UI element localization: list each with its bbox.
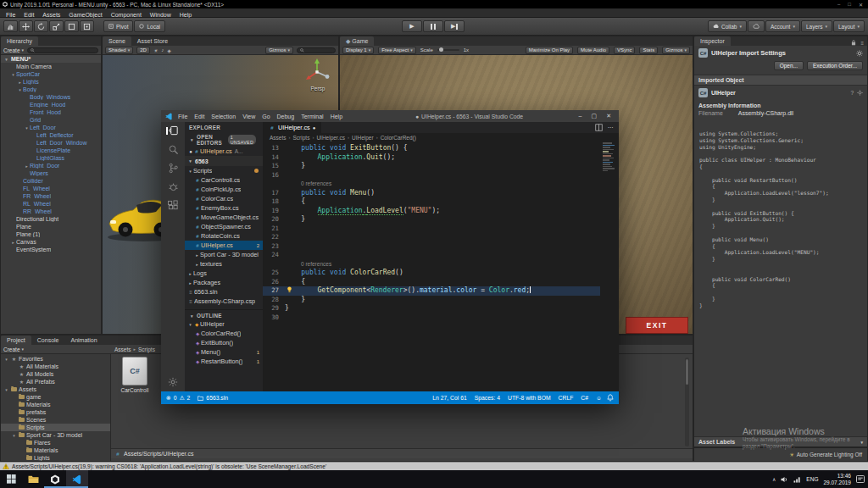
- maximize-on-play-toggle[interactable]: Maximize On Play: [526, 47, 573, 54]
- solution-indicator[interactable]: 6563.sln: [198, 395, 228, 401]
- extensions-icon[interactable]: [168, 200, 179, 211]
- code-line[interactable]: 24: [263, 251, 600, 260]
- code-line[interactable]: 30: [263, 313, 600, 323]
- tray-chevron-icon[interactable]: ∧: [772, 476, 776, 482]
- stats-toggle[interactable]: Stats: [639, 47, 658, 54]
- breadcrumb-assets[interactable]: Assets: [114, 347, 131, 352]
- taskbar-clock[interactable]: 13:4629.07.2019: [823, 473, 851, 486]
- file-explorer-icon[interactable]: [22, 470, 44, 488]
- scale-slider[interactable]: [437, 49, 459, 51]
- expand-arrow-icon[interactable]: ▾: [11, 433, 17, 438]
- project-tree-item[interactable]: Scripts: [1, 424, 110, 431]
- explorer-file[interactable]: #ObjectSpawner.cs: [185, 222, 263, 231]
- status-item[interactable]: C#: [581, 395, 588, 401]
- code-line[interactable]: 23: [263, 242, 600, 252]
- outline-item[interactable]: ◈ColorCarRed(): [185, 329, 263, 338]
- inspector-menu-icon[interactable]: ≡: [860, 41, 864, 46]
- open-editors-header[interactable]: ▾OPEN EDITORS1 UNSAVED: [185, 131, 263, 147]
- hierarchy-item[interactable]: Engine_Hood: [1, 101, 101, 108]
- project-tree-item[interactable]: Scenes: [1, 416, 110, 424]
- project-tree-item[interactable]: ▾Sport Car - 3D model: [1, 431, 110, 439]
- rotate-tool-button[interactable]: [34, 20, 48, 32]
- vscode-menu-help[interactable]: Help: [327, 114, 346, 119]
- project-tree-item[interactable]: Lights: [1, 454, 110, 461]
- collab-dropdown[interactable]: Collab▾: [708, 20, 747, 32]
- breadcrumb-item[interactable]: ColorCarRed(): [381, 135, 416, 141]
- persp-label[interactable]: Persp: [303, 86, 333, 92]
- code-line[interactable]: 26 {: [263, 278, 600, 287]
- asset-labels-bar[interactable]: Asset Labels▾: [694, 436, 867, 446]
- outline-header[interactable]: ▾OUTLINE: [185, 309, 263, 319]
- volume-icon[interactable]: [781, 476, 788, 483]
- game-exit-button[interactable]: EXIT: [626, 317, 688, 334]
- explorer-file[interactable]: #CoinPickUp.cs: [185, 185, 263, 194]
- tab-scene[interactable]: Scene: [103, 36, 131, 46]
- pivot-toggle[interactable]: Pivot: [103, 20, 133, 32]
- status-item[interactable]: UTF-8 with BOM: [508, 395, 551, 401]
- explorer-file[interactable]: ≡Assembly-CSharp.csp: [185, 297, 263, 306]
- hierarchy-item[interactable]: Plane (1): [1, 230, 101, 238]
- hierarchy-search-input[interactable]: [27, 47, 98, 53]
- tab-project[interactable]: Project: [1, 336, 31, 345]
- code-line[interactable]: 19 Application.LoadLevel("MENU");: [263, 207, 600, 216]
- hierarchy-item[interactable]: ▸Canvas: [1, 238, 101, 246]
- expand-arrow-icon[interactable]: ▾: [10, 72, 16, 77]
- dirty-dot-icon[interactable]: ●: [313, 125, 316, 130]
- project-create-button[interactable]: Create▾: [3, 347, 24, 352]
- search-icon[interactable]: [168, 144, 179, 155]
- tab-console[interactable]: Console: [31, 336, 65, 345]
- scale-tool-button[interactable]: [49, 20, 64, 32]
- hierarchy-item[interactable]: Front_Hood: [1, 108, 101, 116]
- aspect-dropdown[interactable]: Free Aspect▾: [378, 47, 416, 54]
- unity-status-bar[interactable]: Assets/Scripts/UIHelper.cs(19,9): warnin…: [0, 462, 868, 470]
- project-tree-item[interactable]: ★All Materials: [1, 363, 110, 370]
- vscode-menu-debug[interactable]: Debug: [274, 114, 298, 119]
- minimize-icon[interactable]: –: [837, 2, 840, 8]
- vscode-menu-file[interactable]: File: [175, 114, 191, 119]
- tab-inspector[interactable]: Inspector: [694, 36, 731, 46]
- cloud-button[interactable]: [748, 20, 765, 32]
- project-tree-item[interactable]: prefabs: [1, 408, 110, 416]
- local-toggle[interactable]: Local: [134, 20, 165, 32]
- project-tree-item[interactable]: ▾★Favorites: [1, 355, 110, 363]
- more-actions-icon[interactable]: ⋯: [608, 124, 615, 131]
- code-line[interactable]: 29}: [263, 304, 600, 313]
- scene-audio-icon[interactable]: ♪: [161, 47, 164, 53]
- account-dropdown[interactable]: Account▾: [765, 20, 800, 32]
- scene-effects-icon[interactable]: ◈: [167, 47, 171, 53]
- debug-icon[interactable]: [168, 181, 179, 192]
- breadcrumb-scripts[interactable]: Scripts: [138, 347, 155, 352]
- open-button[interactable]: Open...: [774, 61, 804, 70]
- unity-menu-file[interactable]: File: [2, 12, 19, 18]
- 2d-toggle[interactable]: 2D: [136, 47, 150, 54]
- codelens-references[interactable]: 0 references: [285, 260, 331, 269]
- explorer-file[interactable]: #ColorCar.cs: [185, 194, 263, 203]
- vscode-menu-edit[interactable]: Edit: [191, 114, 208, 119]
- code-editor[interactable]: 13 public void ExitButton() {14 Applicat…: [263, 141, 600, 391]
- action-center-icon[interactable]: [856, 475, 865, 483]
- open-editor-item[interactable]: ● # UIHelper.cs A...: [185, 147, 263, 156]
- hierarchy-item[interactable]: Grid: [1, 116, 101, 124]
- hierarchy-item[interactable]: LicensePlate: [1, 147, 101, 154]
- vscode-menu-go[interactable]: Go: [259, 114, 273, 119]
- vscode-menu-terminal[interactable]: Terminal: [298, 114, 326, 119]
- expand-arrow-icon[interactable]: ▾: [3, 357, 9, 362]
- project-tree-item[interactable]: Materials: [1, 401, 110, 408]
- pause-button[interactable]: [423, 20, 443, 32]
- notifications-bell-icon[interactable]: [607, 394, 614, 402]
- workspace-root-header[interactable]: ▾6563: [185, 156, 263, 166]
- unity-menu-gameobject[interactable]: GameObject: [64, 12, 106, 18]
- explorer-file[interactable]: #RotateCoin.cs: [185, 231, 263, 241]
- problems-indicator[interactable]: ⊗0 ⚠2: [166, 395, 190, 402]
- code-line[interactable]: 13 public void ExitButton() {: [263, 144, 600, 153]
- hand-tool-button[interactable]: [3, 20, 18, 32]
- vscode-menu-view[interactable]: View: [239, 114, 259, 119]
- step-button[interactable]: ▶: [444, 20, 465, 32]
- settings-gear-icon[interactable]: [161, 377, 185, 387]
- collapse-arrow-icon[interactable]: ▾: [3, 57, 9, 62]
- explorer-icon[interactable]: [168, 125, 179, 136]
- unity-taskbar-icon[interactable]: [44, 470, 66, 488]
- minimap[interactable]: [600, 141, 619, 391]
- hierarchy-item[interactable]: RR_Wheel: [1, 208, 101, 215]
- scene-header-row[interactable]: ▾MENU*: [1, 55, 101, 63]
